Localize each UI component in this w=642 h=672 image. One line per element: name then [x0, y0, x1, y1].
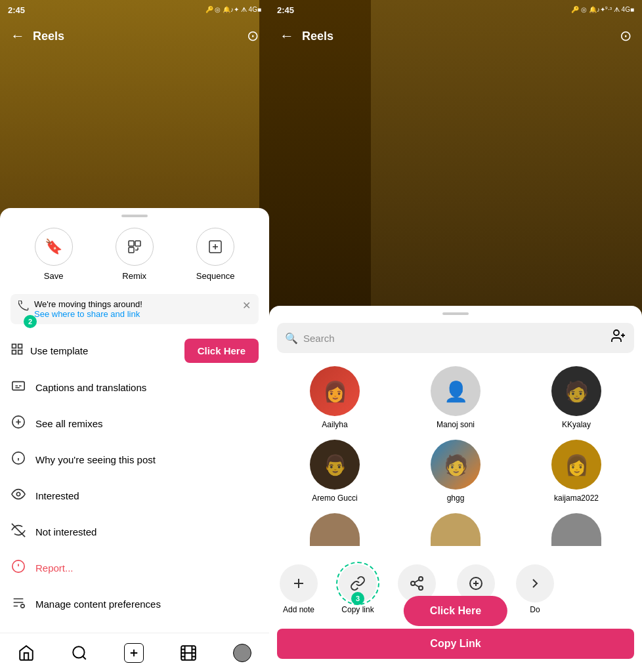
contact-kkyalay[interactable]: 🧑 KKyalay — [516, 361, 637, 434]
contact-name-kaijama: kaijama2022 — [554, 494, 599, 503]
svg-rect-1 — [135, 241, 140, 246]
contact-name-aremo: Aremo Gucci — [312, 494, 357, 503]
add-person-button[interactable] — [610, 328, 626, 348]
tab-bar — [0, 633, 269, 672]
contact-name-aailyha: Aailyha — [322, 420, 347, 429]
contacts-grid: 👩 Aailyha 👤 Manoj soni 🧑 KKyalay 👨 — [269, 361, 642, 555]
avatar-kaijama: 👩 — [551, 440, 601, 490]
contact-manoj[interactable]: 👤 Manoj soni — [395, 361, 516, 434]
avatar-ghgg: 🧑 — [431, 440, 481, 490]
svg-point-19 — [419, 577, 423, 581]
contact-name-ghgg: ghgg — [447, 494, 465, 503]
left-status-time: 2:45 — [8, 5, 25, 15]
svg-point-20 — [411, 581, 415, 585]
svg-rect-5 — [18, 345, 22, 348]
template-text: Use template — [30, 345, 88, 356]
remix-action[interactable]: Remix — [116, 228, 154, 281]
do-more-action[interactable]: Do — [505, 560, 565, 618]
sheet-handle-left — [121, 215, 148, 217]
tab-home[interactable] — [18, 644, 35, 662]
avatar-partial-1 — [310, 513, 360, 546]
copy-link-bottom-button[interactable]: Copy Link — [277, 629, 634, 659]
copy-link-action[interactable]: Copy link 3 — [328, 560, 387, 618]
template-icon — [11, 343, 24, 359]
right-top-nav: ← Reels ⊙ — [269, 20, 642, 52]
svg-point-14 — [73, 646, 84, 658]
right-back-button[interactable]: ← — [280, 28, 294, 45]
manage-icon — [11, 595, 26, 613]
avatar-partial-2 — [431, 513, 481, 546]
notification-link[interactable]: See where to share and link — [34, 309, 237, 319]
why-text: Why you're seeing this post — [35, 454, 156, 465]
left-signal-icons: 🔑 ◎ 🔔♪✦ ᗑ 4G■ — [205, 6, 262, 14]
remixes-icon — [11, 415, 26, 432]
menu-item-captions[interactable]: Captions and translations — [0, 369, 269, 406]
left-bottom-sheet: 🔖 Save Remix — [0, 208, 269, 633]
tab-reels[interactable] — [180, 644, 197, 662]
contact-partial-1[interactable] — [274, 508, 395, 555]
contact-kaijama[interactable]: 👩 kaijama2022 — [516, 434, 637, 508]
search-placeholder[interactable]: Search — [303, 333, 335, 344]
search-icon: 🔍 — [285, 332, 298, 345]
interested-icon — [11, 487, 26, 505]
tab-add[interactable] — [124, 643, 144, 663]
action-row: 🔖 Save Remix — [0, 228, 269, 294]
why-icon — [11, 451, 26, 469]
click-here-float-button[interactable]: Click Here — [404, 596, 507, 626]
notification-close[interactable]: ✕ — [242, 299, 251, 312]
back-button[interactable]: ← — [11, 28, 25, 45]
contact-name-manoj: Manoj soni — [437, 420, 475, 429]
left-status-icons: 🔑 ◎ 🔔♪✦ ᗑ 4G■ — [205, 6, 262, 14]
menu-item-not-interested[interactable]: Not interested — [0, 514, 269, 550]
tab-search[interactable] — [71, 644, 88, 662]
left-panel: 2:45 🔑 ◎ 🔔♪✦ ᗑ 4G■ ← Reels ⊙ 🔖 Save — [0, 0, 269, 672]
badge-2: 2 — [24, 315, 37, 328]
svg-point-16 — [614, 330, 619, 335]
right-status-bar: 2:45 🔑 ◎ 🔔♪✦⁹·³ ᗑ 4G■ — [269, 0, 642, 20]
not-interested-icon — [11, 523, 26, 541]
add-note-label: Add note — [283, 605, 314, 614]
left-top-nav: ← Reels ⊙ — [0, 20, 269, 52]
do-more-label: Do — [530, 605, 540, 614]
save-action[interactable]: 🔖 Save — [35, 228, 73, 281]
template-click-here-button[interactable]: Click Here — [184, 339, 259, 363]
remixes-text: See all remixes — [35, 418, 103, 429]
menu-item-manage[interactable]: Manage content preferences — [0, 586, 269, 622]
avatar-kkyalay: 🧑 — [551, 366, 601, 416]
remix-label: Remix — [122, 271, 146, 281]
contact-aremo[interactable]: 👨 Aremo Gucci — [274, 434, 395, 508]
contact-aailyha[interactable]: 👩 Aailyha — [274, 361, 395, 434]
avatar-aremo: 👨 — [310, 440, 360, 490]
badge-3: 3 — [351, 592, 364, 605]
svg-point-11 — [16, 492, 20, 496]
add-note-action[interactable]: Add note — [269, 560, 328, 618]
menu-item-remixes[interactable]: See all remixes — [0, 406, 269, 442]
share-sheet-handle — [442, 312, 469, 315]
captions-text: Captions and translations — [35, 382, 146, 393]
camera-button-left[interactable]: ⊙ — [247, 28, 259, 45]
avatar-partial-3 — [551, 513, 601, 546]
sequence-action[interactable]: Sequence — [196, 228, 235, 281]
right-signal-icons: 🔑 ◎ 🔔♪✦⁹·³ ᗑ 4G■ — [571, 6, 634, 14]
template-row: Use template Click Here — [0, 332, 269, 369]
menu-item-why[interactable]: Why you're seeing this post — [0, 442, 269, 478]
contact-ghgg[interactable]: 🧑 ghgg — [395, 434, 516, 508]
contact-partial-3[interactable] — [516, 508, 637, 555]
remix-circle — [116, 228, 154, 266]
notification-text: We're moving things around! — [34, 299, 237, 309]
notification-banner: We're moving things around! See where to… — [11, 294, 259, 324]
left-nav-title: Reels — [33, 30, 247, 43]
add-note-icon-wrap — [280, 564, 318, 602]
notification-icon — [18, 301, 29, 314]
menu-item-interested[interactable]: Interested — [0, 478, 269, 514]
tab-profile[interactable] — [233, 644, 251, 662]
menu-item-report[interactable]: Report... — [0, 550, 269, 586]
contact-name-kkyalay: KKyalay — [562, 420, 591, 429]
save-circle: 🔖 — [35, 228, 73, 266]
not-interested-text: Not interested — [35, 526, 96, 537]
contact-partial-2[interactable] — [395, 508, 516, 555]
camera-button-right[interactable]: ⊙ — [620, 28, 631, 45]
search-bar: 🔍 Search — [277, 323, 634, 353]
report-text: Report... — [35, 562, 74, 574]
svg-rect-0 — [129, 241, 134, 246]
